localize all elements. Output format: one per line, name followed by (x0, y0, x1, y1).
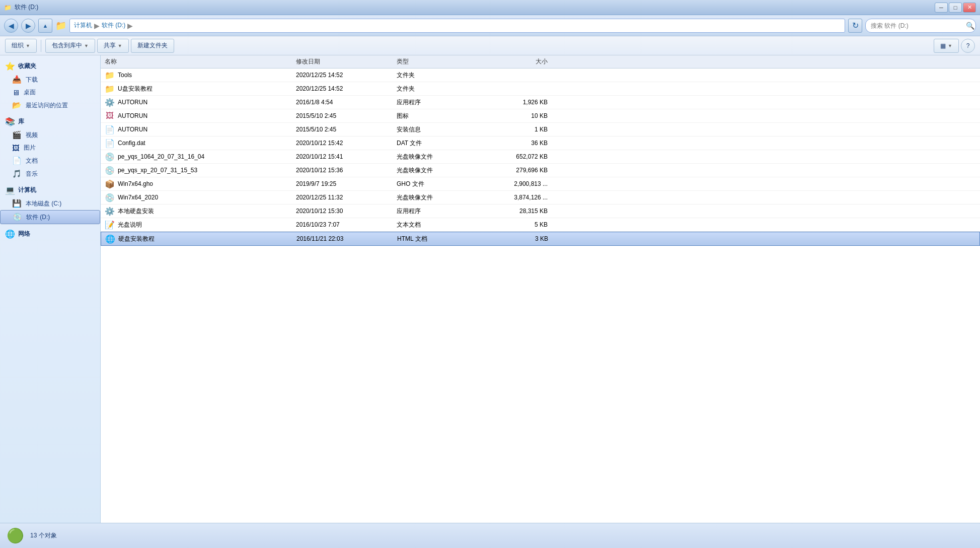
share-button[interactable]: 共享 ▼ (97, 39, 129, 53)
views-chevron: ▼ (948, 43, 952, 48)
sidebar-item-picture[interactable]: 🖼图片 (0, 142, 100, 154)
table-row[interactable]: 📁 U盘安装教程 2020/12/25 14:52 文件夹 (101, 82, 980, 96)
file-rows-container: 📁 Tools 2020/12/25 14:52 文件夹 📁 U盘安装教程 20… (101, 68, 980, 246)
sidebar-item-doc[interactable]: 📄文档 (0, 154, 100, 167)
file-list-content: 名称 修改日期 类型 大小 📁 Tools 2020/12/25 14:52 文… (101, 55, 980, 523)
help-label: ? (966, 42, 970, 49)
file-name-cell-3: ⚙️ AUTORUN (105, 97, 296, 107)
table-row[interactable]: 📁 Tools 2020/12/25 14:52 文件夹 (101, 68, 980, 82)
file-name-1: Tools (118, 72, 132, 79)
new-folder-button[interactable]: 新建文件夹 (131, 39, 174, 53)
file-modified-10: 2020/12/25 11:32 (296, 194, 397, 201)
desktop-label: 桌面 (24, 88, 36, 97)
views-button[interactable]: ▦ ▼ (934, 39, 959, 53)
file-icon-13: 🌐 (105, 234, 115, 244)
table-row[interactable]: 📦 Win7x64.gho 2019/9/7 19:25 GHO 文件 2,90… (101, 177, 980, 191)
help-button[interactable]: ? (961, 39, 975, 53)
library-chevron: ▼ (84, 43, 89, 48)
sidebar-item-video[interactable]: 🎬视频 (0, 128, 100, 142)
table-row[interactable]: ⚙️ AUTORUN 2016/1/8 4:54 应用程序 1,926 KB (101, 96, 980, 109)
file-name-cell-8: 💿 pe_yqs_xp_20_07_31_15_53 (105, 165, 296, 175)
file-name-cell-4: 🖼 AUTORUN (105, 111, 296, 121)
sidebar-item-music[interactable]: 🎵音乐 (0, 167, 100, 180)
include-library-button[interactable]: 包含到库中 ▼ (45, 39, 95, 53)
file-icon-2: 📁 (105, 84, 115, 94)
organize-button[interactable]: 组织 ▼ (5, 39, 37, 53)
table-row[interactable]: 📄 Config.dat 2020/10/12 15:42 DAT 文件 36 … (101, 136, 980, 150)
maximize-button[interactable]: □ (949, 3, 962, 13)
table-row[interactable]: 📄 AUTORUN 2015/5/10 2:45 安装信息 1 KB (101, 123, 980, 136)
music-label: 音乐 (26, 170, 38, 178)
sidebar-section-network[interactable]: 🌐网络 (0, 227, 100, 241)
file-name-cell-6: 📄 Config.dat (105, 138, 296, 148)
table-row[interactable]: 📝 光盘说明 2016/10/23 7:07 文本文档 5 KB (101, 218, 980, 232)
close-button[interactable]: ✕ (963, 3, 976, 13)
file-name-12: 光盘说明 (118, 221, 142, 229)
col-size-header[interactable]: 大小 (477, 57, 548, 66)
share-label: 共享 (104, 41, 116, 50)
sidebar-item-desktop[interactable]: 🖥桌面 (0, 86, 100, 99)
sidebar-section-library[interactable]: 📚库 (0, 115, 100, 128)
file-name-11: 本地硬盘安装 (118, 207, 154, 216)
include-library-label: 包含到库中 (52, 41, 82, 50)
toolbar: 组织 ▼ 包含到库中 ▼ 共享 ▼ 新建文件夹 ▦ ▼ ? (0, 36, 980, 55)
file-name-cell-1: 📁 Tools (105, 70, 296, 80)
file-modified-6: 2020/10/12 15:42 (296, 140, 397, 147)
up-button[interactable]: ▲ (38, 19, 52, 33)
sidebar-item-local-c[interactable]: 💾本地磁盘 (C:) (0, 197, 100, 210)
favorites-section-label: 收藏夹 (18, 62, 36, 71)
file-modified-3: 2016/1/8 4:54 (296, 99, 397, 106)
file-modified-12: 2016/10/23 7:07 (296, 221, 397, 228)
col-modified-header[interactable]: 修改日期 (296, 57, 397, 66)
organize-chevron: ▼ (26, 43, 30, 48)
table-row[interactable]: 🌐 硬盘安装教程 2016/11/21 22:03 HTML 文档 3 KB (101, 232, 980, 246)
titlebar-controls: ─ □ ✕ (935, 3, 976, 13)
file-name-cell-2: 📁 U盘安装教程 (105, 84, 296, 94)
file-type-3: 应用程序 (397, 98, 477, 107)
path-part-computer[interactable]: 计算机 (74, 21, 92, 30)
back-button[interactable]: ◀ (4, 19, 18, 33)
file-name-10: Win7x64_2020 (118, 194, 158, 201)
statusbar: 🟢 13 个对象 (0, 523, 980, 548)
file-icon-5: 📄 (105, 124, 115, 134)
forward-button[interactable]: ▶ (21, 19, 35, 33)
sidebar-item-local-d[interactable]: 💿软件 (D:) (0, 210, 100, 224)
search-icon[interactable]: 🔍 (964, 20, 976, 32)
file-name-3: AUTORUN (118, 99, 147, 106)
search-input[interactable] (865, 19, 976, 33)
refresh-button[interactable]: ↻ (848, 19, 862, 33)
file-modified-11: 2020/10/12 15:30 (296, 208, 397, 215)
file-modified-9: 2019/9/7 19:25 (296, 180, 397, 187)
local-c-icon: 💾 (12, 199, 22, 208)
col-name-header[interactable]: 名称 (105, 57, 296, 66)
file-type-5: 安装信息 (397, 125, 477, 134)
table-row[interactable]: 💿 pe_yqs_1064_20_07_31_16_04 2020/10/12 … (101, 150, 980, 164)
file-name-9: Win7x64.gho (118, 180, 153, 187)
file-type-12: 文本文档 (397, 221, 477, 229)
sidebar-item-recent[interactable]: 📂最近访问的位置 (0, 99, 100, 112)
share-chevron: ▼ (118, 43, 122, 48)
file-icon-12: 📝 (105, 220, 115, 230)
new-folder-label: 新建文件夹 (137, 41, 168, 50)
minimize-button[interactable]: ─ (935, 3, 948, 13)
file-name-cell-5: 📄 AUTORUN (105, 124, 296, 134)
column-header: 名称 修改日期 类型 大小 (101, 55, 980, 68)
file-type-4: 图标 (397, 112, 477, 120)
table-row[interactable]: 🖼 AUTORUN 2015/5/10 2:45 图标 10 KB (101, 109, 980, 123)
table-row[interactable]: ⚙️ 本地硬盘安装 2020/10/12 15:30 应用程序 28,315 K… (101, 204, 980, 218)
file-name-cell-11: ⚙️ 本地硬盘安装 (105, 206, 296, 216)
file-size-10: 3,874,126 ... (477, 194, 548, 201)
addressbar: ◀ ▶ ▲ 📁 计算机 ▶ 软件 (D:) ▶ ↻ 🔍 (0, 15, 980, 36)
sidebar-item-download[interactable]: 📥下载 (0, 73, 100, 86)
address-path[interactable]: 计算机 ▶ 软件 (D:) ▶ (69, 19, 845, 33)
file-modified-4: 2015/5/10 2:45 (296, 112, 397, 119)
sidebar-section-favorites[interactable]: ⭐收藏夹 (0, 59, 100, 73)
file-icon-6: 📄 (105, 138, 115, 148)
music-icon: 🎵 (12, 169, 22, 178)
sidebar-section-computer[interactable]: 💻计算机 (0, 183, 100, 197)
table-row[interactable]: 💿 Win7x64_2020 2020/12/25 11:32 光盘映像文件 3… (101, 191, 980, 204)
path-part-drive[interactable]: 软件 (D:) (102, 21, 125, 30)
table-row[interactable]: 💿 pe_yqs_xp_20_07_31_15_53 2020/10/12 15… (101, 164, 980, 177)
views-icon: ▦ (940, 42, 946, 49)
col-type-header[interactable]: 类型 (397, 57, 477, 66)
